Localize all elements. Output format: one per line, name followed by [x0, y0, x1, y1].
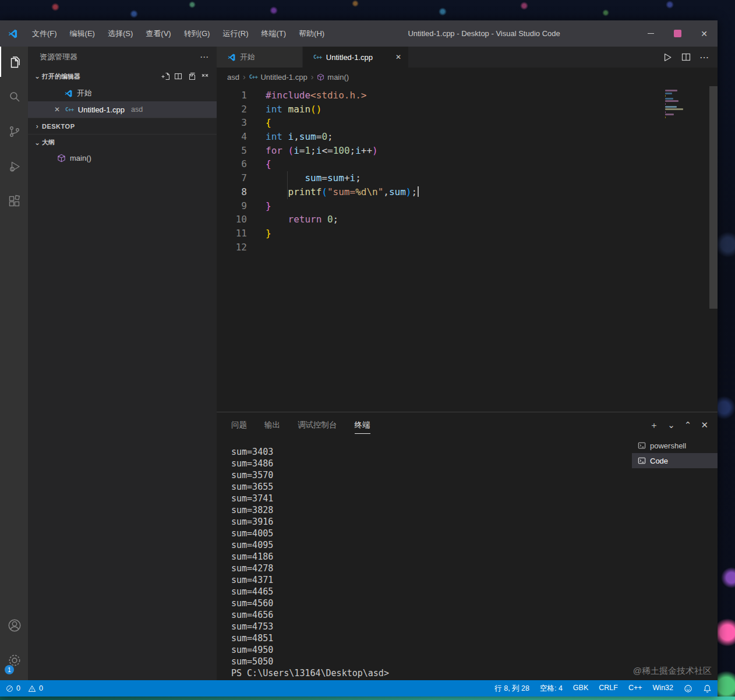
new-terminal-icon[interactable]: ＋	[649, 420, 658, 431]
status-item[interactable]: C++	[628, 684, 642, 694]
maximize-button[interactable]	[664, 20, 691, 47]
terminal-line: sum=3828	[231, 504, 632, 516]
activity-search[interactable]	[0, 82, 28, 112]
menu-item[interactable]: 转到(G)	[178, 20, 217, 47]
panel-tab[interactable]: 调试控制台	[298, 412, 337, 438]
minimize-icon	[648, 33, 654, 34]
open-editor-label: 开始	[77, 88, 92, 98]
breadcrumb-symbol[interactable]: main()	[317, 73, 349, 82]
code-line[interactable]: sum=sum+i;	[266, 171, 419, 185]
minimap[interactable]	[665, 90, 707, 122]
open-editor-item-start[interactable]: 开始	[28, 85, 217, 101]
editor-code: #include<stdio.h.>int main(){int i,sum=0…	[266, 89, 419, 254]
terminal-line: sum=4371	[231, 574, 632, 586]
tab-start[interactable]: 开始	[217, 47, 303, 68]
menu-item[interactable]: 选择(S)	[101, 20, 139, 47]
maximize-panel-icon[interactable]: ⌃	[684, 420, 692, 430]
code-editor[interactable]: 123456789101112 #include<stdio.h.>int ma…	[217, 86, 718, 412]
close-button[interactable]: ✕	[691, 20, 718, 47]
editor-scrollbar[interactable]	[709, 86, 718, 412]
status-item[interactable]: 行 8, 列 28	[494, 684, 529, 694]
tab-untitled-cpp[interactable]: C++ Untitled-1.cpp ✕	[303, 47, 409, 68]
terminal-tab-powershell[interactable]: powershell	[632, 438, 718, 453]
vscode-logo-icon[interactable]	[0, 29, 26, 39]
error-icon	[6, 685, 13, 692]
more-actions-icon[interactable]: ⋯	[699, 52, 709, 63]
open-editors-label: 打开的编辑器	[42, 72, 80, 81]
smiley-feedback-icon[interactable]	[684, 684, 692, 693]
vscode-file-icon	[64, 89, 73, 98]
status-item[interactable]: 空格: 4	[540, 684, 563, 694]
cpp-file-icon: C++	[249, 74, 258, 80]
activity-extensions[interactable]	[0, 186, 28, 217]
minimize-button[interactable]	[637, 20, 664, 47]
more-actions-icon[interactable]: ⋯	[200, 52, 209, 62]
terminal-tab-code[interactable]: Code	[632, 453, 718, 468]
activity-source-control[interactable]	[0, 116, 28, 147]
code-line[interactable]: {	[266, 157, 419, 171]
code-line[interactable]	[266, 241, 419, 254]
toggle-editor-layout-icon[interactable]	[174, 72, 183, 81]
outline-item-main[interactable]: main()	[28, 150, 217, 166]
open-editor-item-untitled[interactable]: ✕ C++ Untitled-1.cpp asd	[28, 101, 217, 118]
menu-item[interactable]: 帮助(H)	[292, 20, 331, 47]
code-line[interactable]: return 0;	[266, 213, 419, 227]
breadcrumb-file[interactable]: C++ Untitled-1.cpp	[249, 73, 308, 82]
tab-label: 开始	[240, 52, 255, 62]
menu-item[interactable]: 查看(V)	[139, 20, 177, 47]
menu-item[interactable]: 文件(F)	[26, 20, 63, 47]
files-icon	[8, 55, 22, 69]
code-line[interactable]: }	[266, 199, 419, 213]
menu-item[interactable]: 终端(T)	[255, 20, 292, 47]
window-title: Untitled-1.cpp - Desktop - Visual Studio…	[331, 29, 637, 38]
terminal-line: sum=4278	[231, 563, 632, 574]
bell-icon[interactable]	[703, 684, 712, 693]
panel-tab[interactable]: 输出	[264, 412, 280, 438]
menu-item[interactable]: 运行(R)	[216, 20, 255, 47]
terminal-tabs-list: powershell Code	[632, 438, 718, 680]
terminal-output[interactable]: sum=3403sum=3486sum=3570sum=3655sum=3741…	[217, 438, 632, 680]
new-file-icon[interactable]	[160, 72, 169, 81]
code-line[interactable]: #include<stdio.h.>	[266, 89, 419, 102]
activity-explorer[interactable]	[0, 47, 28, 77]
close-editor-icon[interactable]: ✕	[52, 105, 62, 114]
open-editors-header[interactable]: ⌄ 打开的编辑器	[28, 68, 217, 85]
status-item[interactable]: Win32	[653, 684, 673, 694]
line-number: 12	[217, 241, 247, 254]
section-desktop[interactable]: › DESKTOP	[28, 118, 217, 134]
vscode-window: 文件(F)编辑(E)选择(S)查看(V)转到(G)运行(R)终端(T)帮助(H)…	[0, 20, 718, 697]
activity-settings[interactable]: 1	[0, 645, 28, 676]
status-item[interactable]: CRLF	[599, 684, 618, 694]
save-all-icon[interactable]	[187, 72, 196, 81]
line-number: 4	[217, 130, 247, 144]
code-line[interactable]: }	[266, 227, 419, 241]
section-outline[interactable]: ⌄ 大纲	[28, 134, 217, 150]
terminal-dropdown-icon[interactable]: ⌄	[667, 420, 675, 430]
open-editors-actions	[160, 72, 217, 81]
code-line[interactable]: int i,sum=0;	[266, 130, 419, 144]
close-panel-icon[interactable]: ✕	[701, 420, 708, 430]
breadcrumb-folder[interactable]: asd	[227, 73, 239, 82]
line-number: 1	[217, 89, 247, 102]
menu-bar: 文件(F)编辑(E)选择(S)查看(V)转到(G)运行(R)终端(T)帮助(H)	[26, 20, 331, 47]
code-line[interactable]: for (i=1;i<=100;i++)	[266, 144, 419, 158]
status-item[interactable]: GBK	[573, 684, 588, 694]
chevron-down-icon: ⌄	[33, 139, 42, 147]
problems-status[interactable]: 0 0	[6, 684, 43, 692]
code-line[interactable]: {	[266, 116, 419, 130]
terminal-line: sum=3486	[231, 458, 632, 469]
scrollbar-thumb[interactable]	[709, 86, 718, 309]
tab-close-icon[interactable]: ✕	[395, 53, 401, 61]
activity-run-debug[interactable]	[0, 151, 28, 182]
code-line[interactable]: printf("sum=%d\n",sum);	[266, 185, 419, 199]
panel-tab[interactable]: 问题	[231, 412, 247, 438]
menu-item[interactable]: 编辑(E)	[63, 20, 101, 47]
run-button[interactable]	[662, 52, 673, 63]
split-editor-icon[interactable]	[681, 52, 691, 62]
close-all-editors-icon[interactable]	[200, 72, 210, 81]
outline-item-label: main()	[70, 154, 91, 162]
panel-tab[interactable]: 终端	[355, 412, 370, 438]
breadcrumb: asd › C++ Untitled-1.cpp › main()	[217, 68, 718, 86]
code-line[interactable]: int main()	[266, 102, 419, 116]
activity-account[interactable]	[0, 610, 28, 641]
